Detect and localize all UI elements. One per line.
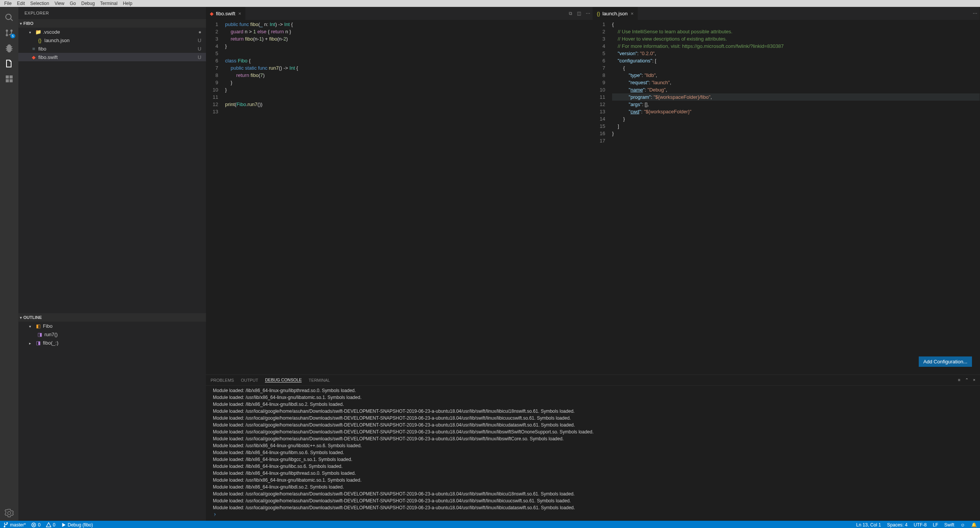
- eol[interactable]: LF: [933, 522, 938, 528]
- debug-icon[interactable]: [0, 41, 18, 56]
- folder-icon: 📁: [35, 29, 41, 35]
- close-icon[interactable]: ×: [238, 11, 242, 16]
- panel-tab-terminal[interactable]: TERMINAL: [309, 378, 330, 383]
- outline-func-fibo[interactable]: ◨fibo(_:): [18, 338, 206, 347]
- git-status: U: [198, 38, 201, 43]
- minimap[interactable]: [949, 20, 980, 374]
- tab-fibo-swift[interactable]: ◆fibo.swift×: [206, 7, 245, 20]
- bottom-panel: PROBLEMSOUTPUTDEBUG CONSOLETERMINAL ≡ ⌃ …: [206, 374, 980, 521]
- feedback-icon[interactable]: ☺: [960, 522, 965, 528]
- bell-icon[interactable]: 🔔: [971, 522, 977, 528]
- swift-icon: ◆: [210, 11, 214, 16]
- add-configuration-button[interactable]: Add Configuration...: [919, 356, 972, 367]
- json-icon: {}: [37, 38, 43, 43]
- language-mode[interactable]: Swift: [944, 522, 954, 528]
- git-status: ●: [198, 29, 201, 35]
- outline-method-run7[interactable]: ◨run7(): [18, 330, 206, 338]
- minimap[interactable]: [562, 20, 593, 374]
- class-icon: ◧: [35, 323, 41, 329]
- filter-icon[interactable]: ≡: [958, 378, 960, 383]
- tabs-right: {}launch.json× ⋯: [593, 7, 980, 20]
- split-icon[interactable]: ◫: [575, 11, 583, 16]
- panel-tab-problems[interactable]: PROBLEMS: [211, 378, 234, 383]
- tab-launch-json[interactable]: {}launch.json×: [593, 7, 638, 20]
- menu-selection[interactable]: Selection: [28, 1, 52, 6]
- search-icon[interactable]: [0, 10, 18, 25]
- menu-debug[interactable]: Debug: [78, 1, 97, 6]
- menu-terminal[interactable]: Terminal: [98, 1, 120, 6]
- gear-icon[interactable]: [0, 505, 18, 521]
- file-fibo-swift[interactable]: ◆fibo.swiftU: [18, 53, 206, 61]
- menu-file[interactable]: File: [2, 1, 14, 6]
- sidebar-title: EXPLORER: [18, 7, 206, 19]
- tabs-left: ◆fibo.swift× ⧉ ◫ ⋯: [206, 7, 593, 20]
- activity-bar: 5: [0, 7, 18, 521]
- debug-target[interactable]: Debug (fibo): [61, 522, 93, 528]
- editor-area: ◆fibo.swift× ⧉ ◫ ⋯ 12345678910111213 pub…: [206, 7, 980, 521]
- menu-view[interactable]: View: [52, 1, 67, 6]
- git-status: U: [198, 46, 201, 52]
- warnings-count[interactable]: 0: [46, 522, 56, 528]
- editor-right: {}launch.json× ⋯ 12345678910111213141516…: [593, 7, 980, 374]
- close-icon[interactable]: ×: [630, 11, 634, 16]
- method-icon: ◨: [37, 332, 43, 337]
- compare-icon[interactable]: ⧉: [567, 11, 575, 16]
- git-status: U: [198, 54, 201, 60]
- status-bar: master* 0 0 Debug (fibo) Ln 13, Col 1 Sp…: [0, 521, 980, 528]
- menu-help[interactable]: Help: [120, 1, 135, 6]
- git-branch[interactable]: master*: [3, 522, 26, 528]
- method-icon: ◨: [35, 340, 41, 346]
- panel-tabs: PROBLEMSOUTPUTDEBUG CONSOLETERMINAL ≡ ⌃ …: [206, 375, 980, 386]
- folder-vscode[interactable]: 📁.vscode●: [18, 28, 206, 36]
- outline-tree: ◧Fibo ◨run7() ◨fibo(_:): [18, 322, 206, 521]
- more-icon[interactable]: ⋯: [970, 11, 980, 16]
- explorer-icon[interactable]: [0, 56, 18, 71]
- code-editor-right[interactable]: 1234567891011121314151617 { // Use Intel…: [593, 20, 980, 374]
- scm-badge: 5: [10, 34, 15, 38]
- outline-header[interactable]: OUTLINE: [18, 313, 206, 322]
- menu-go[interactable]: Go: [67, 1, 78, 6]
- explorer-folder-header[interactable]: FIBO: [18, 19, 206, 28]
- sidebar: EXPLORER FIBO 📁.vscode● {}launch.jsonU ≡…: [18, 7, 206, 521]
- panel-tab-output[interactable]: OUTPUT: [241, 378, 258, 383]
- binary-icon: ≡: [31, 46, 37, 52]
- source-control-icon[interactable]: 5: [0, 25, 18, 41]
- collapse-icon[interactable]: ⌃: [965, 378, 969, 383]
- swift-icon: ◆: [31, 54, 37, 60]
- debug-console[interactable]: Module loaded: /lib/x86_64-linux-gnu/lib…: [206, 386, 980, 521]
- code-editor-left[interactable]: 12345678910111213 public func fibo(_ n: …: [206, 20, 593, 374]
- menu-bar: FileEditSelectionViewGoDebugTerminalHelp: [0, 0, 980, 7]
- menu-edit[interactable]: Edit: [14, 1, 28, 6]
- file-launch-json[interactable]: {}launch.jsonU: [18, 36, 206, 44]
- panel-tab-debug-console[interactable]: DEBUG CONSOLE: [265, 378, 302, 383]
- file-fibo[interactable]: ≡fiboU: [18, 44, 206, 53]
- cursor-position[interactable]: Ln 13, Col 1: [856, 522, 881, 528]
- errors-count[interactable]: 0: [31, 522, 41, 528]
- json-icon: {}: [597, 11, 600, 16]
- file-tree: 📁.vscode● {}launch.jsonU ≡fiboU ◆fibo.sw…: [18, 28, 206, 61]
- close-panel-icon[interactable]: ×: [973, 378, 975, 383]
- more-icon[interactable]: ⋯: [583, 11, 593, 16]
- indentation[interactable]: Spaces: 4: [887, 522, 907, 528]
- encoding[interactable]: UTF-8: [914, 522, 927, 528]
- extensions-icon[interactable]: [0, 71, 18, 87]
- outline-class-fibo[interactable]: ◧Fibo: [18, 322, 206, 330]
- editor-left: ◆fibo.swift× ⧉ ◫ ⋯ 12345678910111213 pub…: [206, 7, 593, 374]
